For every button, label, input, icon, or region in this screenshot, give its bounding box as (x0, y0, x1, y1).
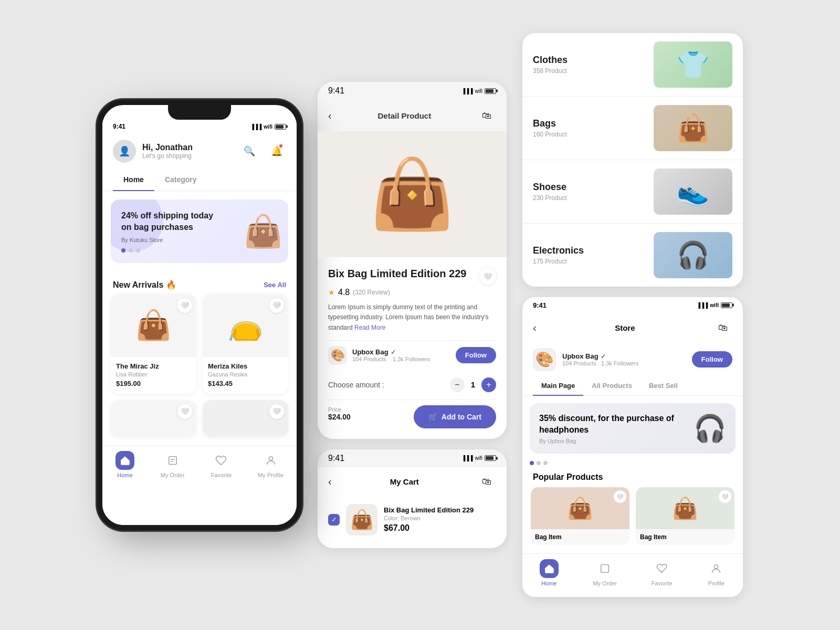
see-all-button[interactable]: See All (264, 281, 286, 289)
star-icon: ★ (328, 288, 335, 297)
status-time: 9:41 (113, 123, 125, 130)
store-tab-best[interactable]: Best Sell (640, 376, 686, 396)
seller-name: Upbox Bag ✓ (352, 348, 430, 356)
store-banner-text: 35% discount, for the purchase of headph… (539, 413, 694, 445)
dot-2[interactable] (129, 248, 133, 253)
favorite-button-2[interactable]: 🤍 (269, 298, 284, 313)
detail-title: Detail Product (377, 111, 431, 120)
notif-dot (279, 144, 283, 148)
store-seller-stats: 104 Products 1.3k Followers (562, 360, 638, 366)
store-tab-main[interactable]: Main Page (533, 376, 583, 396)
product-card-1[interactable]: 👜 🤍 The Mirac Jiz Lisa Robber $195.00 (111, 294, 196, 394)
nav-profile[interactable]: My Profile (258, 451, 284, 478)
order-icon (167, 455, 178, 466)
pop-card-2[interactable]: 👜 🤍 Bag Item (636, 487, 734, 545)
price-value: $24.00 (328, 413, 351, 427)
product-wishlist-button[interactable]: 🤍 (479, 268, 496, 285)
signal-icon: ▐▐▐ (250, 124, 261, 130)
heart-icon-wrap (212, 451, 230, 470)
store-nav-home-label: Home (541, 580, 556, 586)
cat-shoes-info: Shoese 230 Product (533, 182, 567, 202)
store-follow-button[interactable]: Follow (692, 351, 732, 368)
store-seller-row: 🎨 Upbox Bag ✓ 104 Products 1.3k Follower… (522, 343, 743, 376)
store-avatar: 🎨 (533, 348, 556, 371)
store-status-bar: 9:41 ▐▐▐ wifi (522, 297, 743, 313)
product-grid: 👜 🤍 The Mirac Jiz Lisa Robber $195.00 👝 … (102, 294, 297, 445)
cart-status-icons: ▐▐▐ wifi (461, 455, 496, 461)
review-count: (320 Review) (353, 289, 390, 296)
product-card-3[interactable]: 🤍 (111, 400, 196, 437)
pop-img-1: 👜 🤍 (531, 487, 629, 529)
nav-home-label: Home (117, 472, 132, 478)
store-nav-order[interactable]: My Order (593, 559, 617, 586)
favorite-button-1[interactable]: 🤍 (177, 298, 192, 313)
cart-back-button[interactable]: ‹ (328, 476, 332, 488)
read-more-link[interactable]: Read More (354, 324, 385, 331)
store-dot-2[interactable] (537, 461, 541, 465)
seller-avatar: 🎨 (328, 346, 347, 365)
dot-1[interactable] (121, 248, 125, 253)
cart-icon-button[interactable]: 🛍 (477, 106, 496, 125)
product-card-4[interactable]: 🤍 (203, 400, 288, 437)
cart-title: My Cart (390, 477, 419, 486)
store-dot-3[interactable] (543, 461, 548, 465)
pop-info-2: Bag Item (636, 529, 734, 545)
decrease-qty-button[interactable]: − (450, 377, 465, 392)
battery-icon (275, 124, 286, 130)
pop-heart-2[interactable]: 🤍 (719, 490, 731, 503)
nav-favorite[interactable]: Favorite (211, 451, 232, 478)
nav-home[interactable]: Home (116, 451, 134, 478)
store-nav-profile[interactable]: Profile (707, 559, 726, 586)
cart-checkbox[interactable]: ✓ (328, 514, 340, 526)
product-price-2: $143.45 (208, 380, 283, 387)
cat-shoes-thumb: 👟 (654, 169, 732, 215)
header-icons[interactable]: 🔍 🔔 (240, 142, 286, 161)
store-nav-fav[interactable]: Favorite (652, 559, 673, 586)
store-time: 9:41 (533, 301, 547, 309)
category-clothes[interactable]: Clothes 358 Product 👕 (522, 33, 743, 97)
store-cart-button[interactable]: 🛍 (713, 319, 732, 338)
middle-col: 9:41 ▐▐▐ wifi ‹ Detail Product 🛍 👜 Bix B… (318, 82, 507, 548)
product-image-1: 👜 🤍 (111, 294, 196, 357)
cat-bags-count: 160 Product (533, 131, 567, 138)
tab-home[interactable]: Home (113, 169, 154, 191)
cat-electronics-name: Electronics (533, 245, 584, 256)
pop-name-1: Bag Item (535, 533, 625, 541)
store-nav-home[interactable]: Home (540, 559, 559, 586)
favorite-button-4[interactable]: 🤍 (269, 404, 284, 419)
product-emoji-2: 👝 (227, 308, 264, 342)
increase-qty-button[interactable]: + (481, 377, 496, 392)
phone-notch (168, 105, 231, 120)
notification-button[interactable]: 🔔 (267, 142, 286, 161)
nav-my-order[interactable]: My Order (161, 451, 185, 478)
main-screen: 9:41 ▐▐▐ wifi 👤 Hi, Jonathan Let's go sh… (102, 120, 297, 530)
detail-content: Bix Bag Limited Edition 229 🤍 ★ 4.8 (320… (318, 257, 507, 439)
detail-battery (485, 88, 496, 94)
store-tab-all[interactable]: All Products (583, 376, 640, 396)
store-dot-1[interactable] (530, 461, 534, 465)
dot-3[interactable] (136, 248, 140, 253)
product-card-2[interactable]: 👝 🤍 Meriza Kiles Gazuna Resika $143.45 (203, 294, 288, 394)
tab-category[interactable]: Category (154, 169, 207, 191)
category-bags[interactable]: Bags 160 Product 👜 (522, 97, 743, 160)
store-banner-subtitle: By Upbox Bag (539, 438, 694, 444)
order-icon-wrap (163, 451, 182, 470)
cart-header-icon[interactable]: 🛍 (477, 472, 496, 491)
pop-heart-1[interactable]: 🤍 (614, 490, 626, 503)
user-subtitle: Let's go shopping (142, 152, 193, 160)
pop-img-2: 👜 🤍 (636, 487, 734, 529)
detail-status-bar: 9:41 ▐▐▐ wifi (318, 82, 507, 100)
pop-card-1[interactable]: 👜 🤍 Bag Item (531, 487, 629, 545)
category-electronics[interactable]: Electronics 175 Product 🎧 (522, 224, 743, 287)
cart-battery (485, 455, 496, 461)
home-icon (119, 455, 131, 466)
follow-button[interactable]: Follow (456, 347, 496, 363)
category-shoes[interactable]: Shoese 230 Product 👟 (522, 160, 743, 224)
favorite-button-3[interactable]: 🤍 (177, 404, 192, 419)
store-back-button[interactable]: ‹ (533, 322, 537, 334)
back-button[interactable]: ‹ (328, 110, 332, 122)
search-button[interactable]: 🔍 (240, 142, 259, 161)
add-to-cart-button[interactable]: 🛒 Add to Cart (414, 405, 496, 428)
price-cart-row: Price $24.00 🛒 Add to Cart (328, 400, 496, 428)
amount-label: Choose amount : (328, 381, 384, 389)
